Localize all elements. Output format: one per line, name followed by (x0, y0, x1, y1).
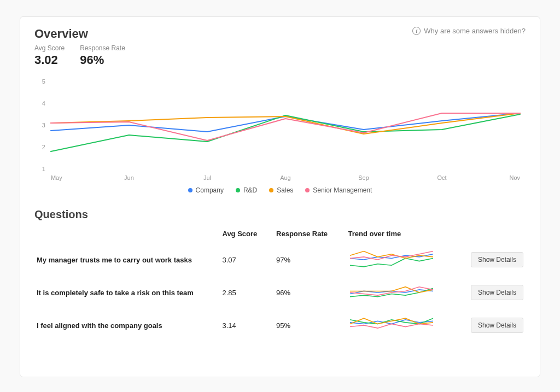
show-details-button[interactable]: Show Details (471, 285, 523, 300)
question-text: It is completely safe to take a risk on … (34, 276, 220, 309)
overview-card: Overview Avg Score 3.02 Response Rate 96… (20, 16, 540, 377)
question-trend-chart (346, 309, 459, 342)
question-response-rate: 96% (274, 276, 346, 309)
question-row: It is completely safe to take a risk on … (34, 276, 526, 309)
question-row: My manager trusts me to carry out work t… (34, 243, 526, 276)
show-details-button[interactable]: Show Details (471, 318, 523, 333)
why-hidden-link[interactable]: i Why are some answers hidden? (412, 27, 526, 35)
question-trend-chart (346, 243, 459, 276)
question-response-rate: 95% (274, 309, 346, 342)
col-trend: Trend over time (346, 226, 459, 243)
kpi-response-rate-label: Response Rate (80, 44, 125, 52)
svg-text:5: 5 (42, 78, 45, 85)
svg-text:Oct: Oct (437, 174, 446, 181)
legend-item[interactable]: R&D (236, 186, 257, 194)
col-avg-score: Avg Score (220, 226, 274, 243)
svg-text:1: 1 (42, 166, 45, 172)
svg-text:May: May (51, 174, 62, 181)
question-response-rate: 97% (274, 243, 346, 276)
kpi-avg-score: Avg Score 3.02 (34, 44, 65, 67)
legend-item[interactable]: Senior Management (305, 186, 372, 194)
chart-legend: CompanyR&DSalesSenior Management (34, 186, 526, 194)
why-hidden-text: Why are some answers hidden? (424, 27, 526, 35)
legend-item[interactable]: Company (188, 186, 224, 194)
svg-text:2: 2 (42, 144, 45, 150)
question-text: My manager trusts me to carry out work t… (34, 243, 220, 276)
overview-chart: 12345MayJunJulAugSepOctNov CompanyR&DSal… (34, 76, 526, 194)
svg-text:4: 4 (42, 100, 45, 107)
svg-text:Aug: Aug (280, 174, 291, 181)
kpi-avg-score-value: 3.02 (34, 53, 65, 67)
questions-title: Questions (34, 208, 526, 221)
legend-item[interactable]: Sales (269, 186, 293, 194)
svg-text:3: 3 (42, 122, 45, 128)
svg-text:Jun: Jun (124, 174, 134, 181)
kpi-avg-score-label: Avg Score (34, 44, 65, 52)
questions-table: Avg Score Response Rate Trend over time … (34, 226, 526, 342)
svg-text:Nov: Nov (510, 174, 521, 181)
question-avg-score: 3.07 (220, 243, 274, 276)
svg-text:Jul: Jul (203, 174, 211, 181)
kpi-response-rate-value: 96% (80, 53, 125, 67)
kpi-row: Avg Score 3.02 Response Rate 96% (34, 44, 125, 67)
question-trend-chart (346, 276, 459, 309)
svg-text:Sep: Sep (358, 174, 369, 181)
question-text: I feel aligned with the company goals (34, 309, 220, 342)
info-icon: i (412, 27, 421, 35)
show-details-button[interactable]: Show Details (471, 252, 523, 267)
col-response-rate: Response Rate (274, 226, 346, 243)
kpi-response-rate: Response Rate 96% (80, 44, 125, 67)
question-avg-score: 3.14 (220, 309, 274, 342)
question-row: I feel aligned with the company goals3.1… (34, 309, 526, 342)
overview-title: Overview (34, 27, 125, 41)
question-avg-score: 2.85 (220, 276, 274, 309)
